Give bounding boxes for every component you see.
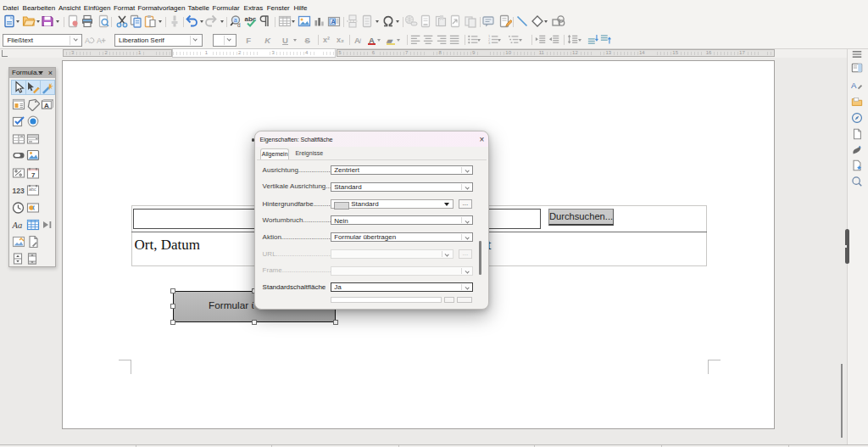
svg-text:abc: abc (29, 187, 36, 192)
svg-text:123: 123 (12, 186, 24, 194)
svg-text:A: A (44, 101, 49, 109)
svg-text:A: A (85, 36, 90, 45)
svg-text:A: A (331, 18, 337, 25)
svg-text:A: A (97, 36, 102, 45)
svg-text:Aa: Aa (12, 221, 22, 230)
svg-text:A: A (851, 80, 857, 89)
svg-text:3: 3 (488, 41, 491, 45)
svg-text:d: d (237, 22, 241, 28)
svg-text:7: 7 (31, 171, 36, 179)
